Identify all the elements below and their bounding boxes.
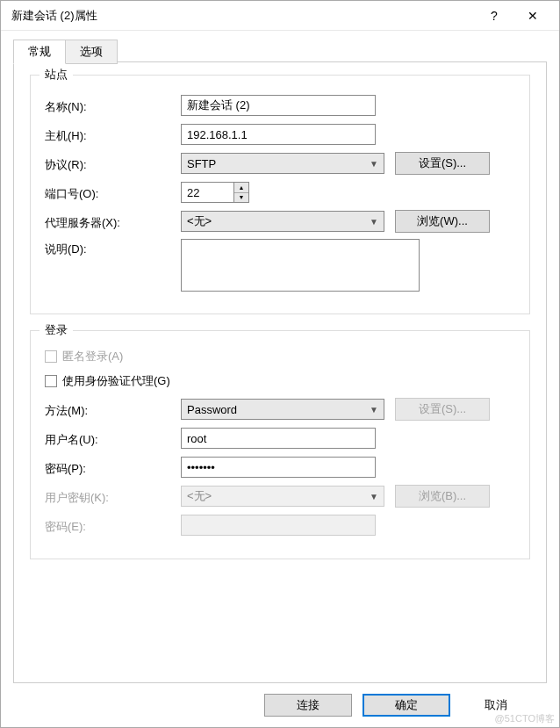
button-userkey-browse: 浏览(B)... (395, 485, 490, 508)
tab-strip: 常规选项 (13, 40, 547, 62)
help-button[interactable]: ? (475, 3, 513, 29)
label-password: 密码(P): (45, 458, 181, 477)
chevron-down-icon: ▼ (370, 405, 378, 414)
fieldset-site: 站点 名称(N): 主机(H): 协议(R): (30, 75, 530, 314)
label-userkey: 用户密钥(K): (45, 487, 181, 506)
legend-site: 站点 (39, 67, 73, 83)
input-name[interactable] (181, 95, 376, 116)
input-password[interactable] (181, 457, 376, 478)
select-protocol-value: SFTP (187, 157, 216, 170)
close-button[interactable]: ✕ (513, 3, 552, 29)
button-connect[interactable]: 连接 (264, 694, 352, 717)
chevron-down-icon: ▼ (370, 217, 378, 227)
tab-pane-general: 站点 名称(N): 主机(H): 协议(R): (13, 61, 547, 683)
label-password2: 密码(E): (45, 516, 181, 535)
checkbox-auth-agent[interactable] (45, 375, 57, 387)
dialog-footer: 连接 确定 取消 (13, 683, 547, 727)
select-userkey-value: <无> (187, 488, 212, 504)
label-protocol: 协议(R): (45, 155, 181, 173)
watermark: @51CTO博客 (495, 712, 555, 725)
select-method[interactable]: Password ▼ (181, 399, 384, 420)
select-proxy-value: <无> (187, 213, 212, 229)
input-password2 (181, 515, 376, 536)
dialog-window: 新建会话 (2)属性 ? ✕ 常规选项 站点 名称(N): 主机(H): (0, 0, 560, 728)
spinner-port[interactable]: ▲ ▼ (181, 182, 249, 203)
select-userkey: <无> ▼ (181, 486, 384, 507)
legend-login: 登录 (39, 322, 73, 338)
button-method-settings: 设置(S)... (395, 398, 490, 421)
label-host: 主机(H): (45, 126, 181, 144)
label-method: 方法(M): (45, 400, 181, 419)
label-description: 说明(D): (45, 239, 181, 257)
input-host[interactable] (181, 124, 376, 145)
tab-options[interactable]: 选项 (66, 40, 118, 64)
chevron-down-icon: ▼ (370, 159, 378, 169)
label-auth-agent: 使用身份验证代理(G) (62, 373, 170, 389)
button-protocol-settings[interactable]: 设置(S)... (395, 152, 490, 175)
port-spin-up[interactable]: ▲ (234, 183, 248, 193)
tab-general[interactable]: 常规 (13, 40, 66, 64)
select-method-value: Password (187, 403, 237, 416)
textarea-description[interactable] (181, 239, 420, 292)
titlebar: 新建会话 (2)属性 ? ✕ (1, 1, 559, 31)
label-anon: 匿名登录(A) (62, 349, 123, 364)
window-title: 新建会话 (2)属性 (11, 8, 475, 24)
label-proxy: 代理服务器(X): (45, 213, 181, 231)
port-spin-down[interactable]: ▼ (234, 193, 248, 203)
label-port: 端口号(O): (45, 184, 181, 202)
title-controls: ? ✕ (475, 3, 552, 29)
label-username: 用户名(U): (45, 429, 181, 448)
chevron-down-icon: ▼ (370, 492, 378, 501)
label-name: 名称(N): (45, 97, 181, 115)
button-ok[interactable]: 确定 (363, 694, 450, 717)
select-protocol[interactable]: SFTP ▼ (181, 153, 384, 174)
input-username[interactable] (181, 428, 376, 449)
fieldset-login: 登录 匿名登录(A) 使用身份验证代理(G) 方法(M): Password ▼ (30, 330, 530, 559)
dialog-body: 常规选项 站点 名称(N): 主机(H): 协议( (1, 31, 559, 727)
button-proxy-browse[interactable]: 浏览(W)... (395, 210, 490, 233)
select-proxy[interactable]: <无> ▼ (181, 211, 384, 232)
checkbox-anon (45, 350, 57, 363)
input-port[interactable] (181, 182, 233, 203)
